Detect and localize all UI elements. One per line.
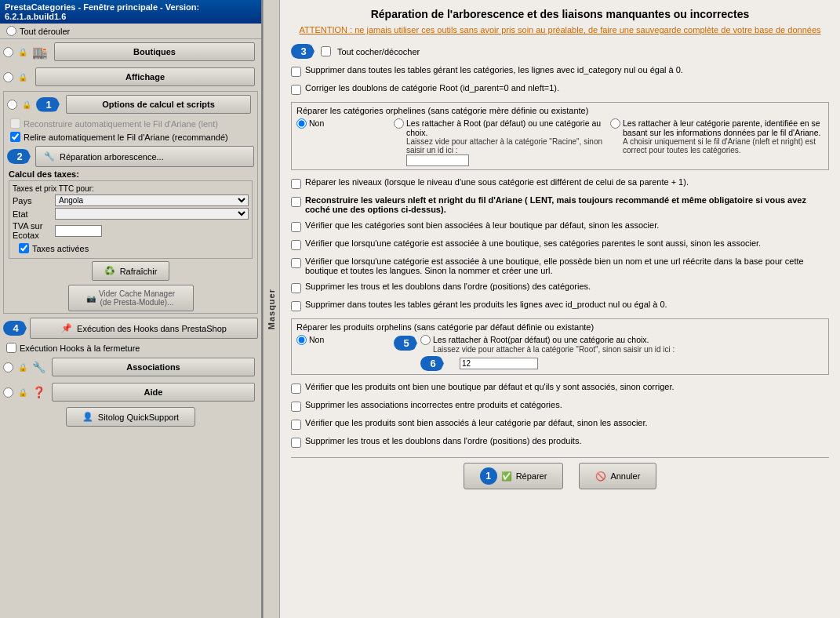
options-row: 🔒 1 Options de calcul et scripts — [4, 92, 257, 117]
ariane-lent-checkbox[interactable] — [10, 118, 20, 129]
wrench-icon: 🔧 — [44, 151, 55, 162]
check-id-category[interactable] — [291, 67, 301, 77]
options-radio[interactable] — [7, 100, 17, 110]
check-cat-defaut-row: Vérifier que les produits sont bien asso… — [291, 418, 829, 430]
check-trous[interactable] — [291, 283, 301, 293]
tva-input[interactable]: 0,00 — [55, 225, 102, 237]
produits-non-radio[interactable] — [296, 335, 307, 345]
rafraichir-button[interactable]: ♻️ Rafraîchir — [92, 261, 170, 281]
produits-orphelins-title: Réparer les produits orphelins (sans cat… — [296, 322, 824, 332]
check-root-doublons[interactable] — [291, 85, 301, 95]
check-associations[interactable] — [291, 402, 301, 412]
dialog-title: Réparation de l'arborescence et des liai… — [291, 8, 829, 20]
tout-derouler-radio[interactable] — [6, 26, 16, 36]
check-boutique-url-row: Vérifier que lorsqu'une catégorie est as… — [291, 256, 829, 275]
masquer-label: Masquer — [267, 289, 276, 329]
produits-root-label: Les rattacher à Root(par défaut) ou une … — [433, 335, 649, 344]
produits-root-input[interactable] — [460, 358, 538, 369]
execution-row: 4 📌 Exécution des Hooks dans PrestaShop — [3, 318, 258, 339]
vider-cache-button[interactable]: 📷 Vider Cache Manager (de Presta-Module)… — [68, 285, 194, 311]
title-bar: PrestaCategories - Fenêtre principale - … — [0, 0, 261, 24]
produits-radio-grid: Non 5 Les rattacher à Root(par défaut) o… — [296, 335, 824, 371]
masquer-strip[interactable]: Masquer — [263, 0, 280, 618]
produits-root-radio[interactable] — [420, 335, 431, 345]
reparation-button[interactable]: 🔧 Réparation arborescence... — [35, 146, 254, 167]
check-cat-defaut[interactable] — [291, 420, 301, 430]
orphelines-parente-desc: A choisir uniquement si le fil d'Ariane … — [623, 137, 824, 154]
vider-cache-line1: Vider Cache Manager — [99, 289, 175, 298]
orphelines-root-input[interactable] — [406, 154, 469, 166]
check-nleft[interactable] — [291, 197, 301, 207]
refresh-icon: ♻️ — [104, 266, 115, 276]
check-id-category-row: Supprimer dans toutes les tables gérant … — [291, 65, 829, 77]
orphelines-root-radio[interactable] — [394, 118, 404, 129]
associations-button[interactable]: Associations — [52, 358, 255, 376]
affichage-button[interactable]: Affichage — [35, 67, 255, 86]
ariane-recommande-checkbox[interactable] — [10, 132, 20, 142]
associations-row: 🔒 🔧 Associations — [0, 354, 261, 380]
taxes-prix-label: Taxes et prix TTC pour: — [13, 184, 249, 193]
check-boutique-produits-label: Vérifier que les produits ont bien une b… — [305, 382, 675, 391]
check-produits-id-row: Supprimer dans toutes les tables gérant … — [291, 300, 829, 311]
badge2: 2 — [7, 149, 31, 164]
check-boutique-parentes[interactable] — [291, 240, 301, 250]
reparation-row: 2 🔧 Réparation arborescence... — [7, 146, 254, 167]
annuler-button[interactable]: 🚫 Annuler — [579, 463, 656, 489]
check-boutique-url[interactable] — [291, 258, 301, 268]
sitolog-button[interactable]: 👤 Sitolog QuickSupport — [66, 407, 195, 427]
check-nleft-row: Reconstruire les valeurs nleft et nright… — [291, 195, 829, 214]
pays-label: Pays — [13, 196, 52, 205]
affichage-radio[interactable] — [3, 72, 13, 82]
wrench-icon2: 🔧 — [32, 361, 45, 373]
right-panel: Réparation de l'arborescence et des liai… — [280, 0, 840, 618]
check-boutique-produits[interactable] — [291, 384, 301, 394]
ariane-recommande-row: Relire automatiquement le Fil d'Ariane (… — [4, 130, 257, 144]
badge4: 4 — [3, 321, 27, 336]
check-cat-defaut-label: Vérifier que les produits sont bien asso… — [305, 418, 648, 427]
tout-cocher-label: Tout cocher/décocher — [337, 47, 420, 56]
check-trous-produits-label: Supprimer les trous et les doublons dans… — [305, 436, 581, 445]
sitolog-row: 👤 Sitolog QuickSupport — [3, 407, 258, 427]
orphelines-non-radio[interactable] — [296, 118, 307, 129]
pays-select[interactable]: Angola — [55, 194, 249, 206]
tout-derouler-label: Tout dérouler — [20, 27, 70, 36]
orphelines-parente-radio[interactable] — [610, 118, 620, 129]
associations-radio[interactable] — [3, 362, 13, 373]
boutiques-button[interactable]: Boutiques — [54, 42, 255, 61]
aide-button[interactable]: Aide — [52, 383, 255, 402]
check-boutique-defaut[interactable] — [291, 222, 301, 232]
vider-cache-row: 📷 Vider Cache Manager (de Presta-Module)… — [4, 283, 257, 313]
orphelines-root-col: Les rattacher à Root (par défaut) ou une… — [394, 118, 607, 166]
check-niveaux[interactable] — [291, 179, 301, 189]
badge1: 1 — [36, 97, 60, 112]
check-root-doublons-label: Corriger les doublons de catégorie Root … — [305, 83, 559, 93]
execution-hooks-checkbox[interactable] — [6, 343, 16, 353]
produits-non-label: Non — [309, 335, 324, 344]
badge-footer: 1 — [480, 467, 497, 485]
vider-cache-line2: (de Presta-Module)... — [100, 298, 174, 307]
pin-icon: 📌 — [61, 323, 72, 333]
produits-root-col: 5 Les rattacher à Root(par défaut) ou un… — [394, 335, 824, 371]
reparer-button[interactable]: 1 ✅ Réparer — [464, 463, 564, 489]
check-produits-id[interactable] — [291, 301, 301, 311]
check-mark-icon: ✅ — [501, 471, 512, 482]
tout-derouler-row: Tout dérouler — [0, 24, 261, 39]
etat-select[interactable] — [55, 208, 249, 220]
taxes-activees-checkbox[interactable] — [19, 243, 29, 253]
orphelines-root-label: Les rattacher à Root (par défaut) ou une… — [406, 118, 607, 137]
check-niveaux-row: Réparer les niveaux (lorsque le niveau d… — [291, 177, 829, 189]
check-trous-produits[interactable] — [291, 438, 301, 448]
taxes-inner: Taxes et prix TTC pour: Pays Angola Etat… — [9, 180, 253, 259]
lock-icon: 🔒 — [16, 45, 29, 58]
check-nleft-label: Reconstruire les valeurs nleft et nright… — [305, 195, 829, 214]
execution-button[interactable]: 📌 Exécution des Hooks dans PrestaShop — [30, 318, 258, 339]
check-boutique-produits-row: Vérifier que les produits ont bien une b… — [291, 382, 829, 394]
boutiques-radio[interactable] — [3, 47, 13, 57]
check-trous-label: Supprimer les trous et les doublons dans… — [305, 282, 591, 291]
options-button[interactable]: Options de calcul et scripts — [66, 95, 251, 114]
aide-radio[interactable] — [3, 387, 13, 398]
pays-row: Pays Angola — [13, 194, 249, 206]
badge5: 5 — [394, 336, 417, 351]
orphelines-parente-col: Les rattacher à leur catégorie parente, … — [610, 118, 824, 166]
tout-cocher-checkbox[interactable] — [321, 46, 331, 56]
